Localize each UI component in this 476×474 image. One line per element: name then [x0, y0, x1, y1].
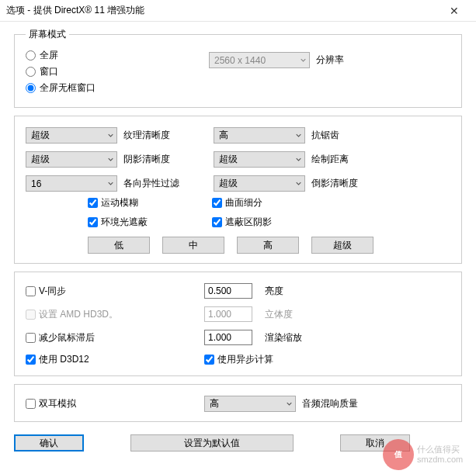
brightness-input[interactable]: 0.500 [204, 283, 252, 299]
ambient-occlusion-checkbox[interactable]: 环境光遮蔽 [88, 216, 212, 229]
d3d12-checkbox[interactable]: 使用 D3D12 [26, 353, 181, 366]
antialias-dropdown[interactable]: 高 [214, 127, 305, 144]
audio-group: 双耳模拟 高 音频混响质量 [14, 384, 462, 422]
defaults-button[interactable]: 设置为默认值 [130, 434, 294, 452]
drawdist-dropdown[interactable]: 超级 [214, 151, 305, 168]
render-scale-label: 渲染缩放 [265, 331, 336, 344]
aniso-dropdown[interactable]: 16 [26, 175, 117, 192]
shadow-label: 阴影清晰度 [123, 153, 187, 166]
preset-high-button[interactable]: 高 [237, 237, 299, 254]
chevron-down-icon [108, 133, 113, 138]
motion-blur-checkbox[interactable]: 运动模糊 [88, 196, 212, 209]
drawdist-label: 绘制距离 [311, 153, 375, 166]
hd3d-checkbox: 设置 AMD HD3D。 [26, 308, 181, 321]
vsync-checkbox[interactable]: V-同步 [26, 285, 181, 298]
graphics-group: 超级 纹理清晰度 高 抗锯齿 超级 阴影清晰度 超级 绘制距离 16 各向异性过… [14, 116, 462, 264]
stereo-input: 1.000 [204, 306, 252, 322]
chevron-down-icon [296, 133, 301, 138]
tessellation-checkbox[interactable]: 曲面细分 [212, 196, 336, 209]
chevron-down-icon [301, 57, 306, 63]
ok-button[interactable]: 确认 [14, 434, 84, 452]
audio-quality-label: 音频混响质量 [302, 397, 358, 410]
window-title: 选项 - 提供 DirectX® 11 增强功能 [6, 4, 439, 17]
aniso-label: 各向异性过滤 [123, 177, 187, 190]
screen-mode-group: 屏幕模式 全屏 窗口 全屏无框窗口 2560 x 1440 分辨率 [14, 28, 462, 108]
misc-group: V-同步 0.500 亮度 设置 AMD HD3D。 1.000 立体度 减少鼠… [14, 272, 462, 376]
preset-ultra-button[interactable]: 超级 [311, 237, 374, 254]
async-compute-checkbox[interactable]: 使用异步计算 [204, 353, 336, 366]
antialias-label: 抗锯齿 [311, 129, 375, 142]
shadow-dropdown[interactable]: 超级 [26, 151, 117, 168]
chevron-down-icon [296, 157, 301, 162]
chevron-down-icon [108, 181, 113, 186]
chevron-down-icon [108, 157, 113, 162]
reflection-label: 倒影清晰度 [311, 177, 375, 190]
mouse-lag-checkbox[interactable]: 减少鼠标滞后 [26, 331, 181, 344]
preset-mid-button[interactable]: 中 [162, 237, 224, 254]
chevron-down-icon [296, 181, 301, 186]
render-scale-input[interactable]: 1.000 [204, 330, 252, 345]
preset-low-button[interactable]: 低 [88, 237, 150, 254]
resolution-label: 分辨率 [316, 54, 344, 67]
cancel-button[interactable]: 取消 [340, 434, 410, 452]
resolution-dropdown: 2560 x 1440 [209, 52, 310, 68]
close-icon[interactable]: ✕ [439, 5, 470, 17]
texture-label: 纹理清晰度 [123, 129, 187, 142]
stereo-label: 立体度 [265, 308, 336, 321]
screen-mode-legend: 屏幕模式 [26, 28, 69, 41]
brightness-label: 亮度 [265, 285, 336, 298]
chevron-down-icon [287, 401, 292, 407]
radio-borderless[interactable]: 全屏无框窗口 [26, 81, 450, 95]
binaural-checkbox[interactable]: 双耳模拟 [26, 397, 204, 410]
reflection-dropdown[interactable]: 超级 [214, 175, 305, 192]
audio-quality-dropdown[interactable]: 高 [204, 396, 296, 412]
titlebar: 选项 - 提供 DirectX® 11 增强功能 ✕ [0, 0, 476, 22]
shadow-area-checkbox[interactable]: 遮蔽区阴影 [212, 216, 336, 229]
texture-dropdown[interactable]: 超级 [26, 127, 117, 144]
